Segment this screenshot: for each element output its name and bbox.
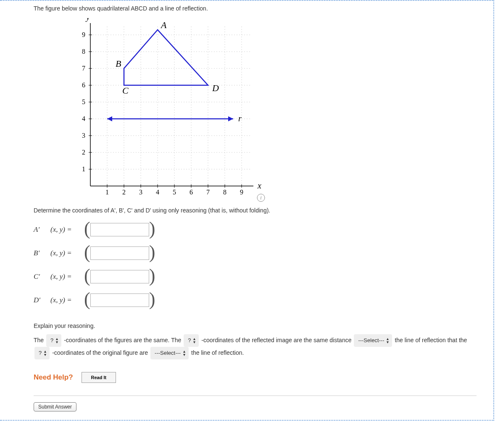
svg-text:4: 4 [156,189,159,196]
point-label: D' [34,296,50,304]
coord-row-Aprime: A'(x, y) =() [34,218,477,241]
coord-input-3[interactable] [90,293,149,307]
svg-text:7: 7 [206,189,210,196]
fill-part2: -coordinates of the figures are the same… [64,337,183,343]
determine-text: Determine the coordinates of A', B', C' … [34,207,477,214]
svg-text:8: 8 [82,48,85,55]
svg-marker-60 [124,30,208,85]
fill-part6: the line of reflection. [191,349,244,356]
svg-text:x: x [257,181,261,190]
coord-row-Bprime: B'(x, y) =() [34,241,477,265]
svg-text:i: i [260,195,261,201]
close-paren: ) [149,220,155,238]
svg-text:9: 9 [82,31,85,38]
svg-text:6: 6 [82,81,85,89]
fill-part3: -coordinates of the reflected image are … [201,337,353,343]
explain-heading: Explain your reasoning. [34,322,477,329]
svg-text:3: 3 [139,189,142,196]
read-it-button[interactable]: Read It [82,372,116,383]
svg-text:C: C [122,85,129,96]
svg-text:5: 5 [173,189,176,196]
svg-text:r: r [238,114,242,123]
coordinate-chart: 123456789123456789yxiABCDr [74,18,267,203]
svg-text:B: B [116,58,121,69]
open-paren: ( [84,220,90,238]
dropdown-2[interactable]: ?▴▾ [184,334,199,347]
stepper-icon: ▴▾ [44,350,46,356]
chart-container: 123456789123456789yxiABCDr [74,18,477,203]
open-paren: ( [84,267,90,285]
xy-label: (x, y) = [50,249,84,257]
submit-answer-button[interactable]: Submit Answer [34,402,76,411]
dropdown-1[interactable]: ?▴▾ [46,334,61,347]
svg-text:5: 5 [82,98,85,105]
svg-text:7: 7 [82,65,85,72]
coord-input-1[interactable] [90,246,149,260]
point-label: B' [34,249,50,257]
svg-text:8: 8 [223,189,226,196]
svg-text:9: 9 [240,189,243,196]
stepper-icon: ▴▾ [193,337,195,344]
fill-part5: -coordinates of the original figure are [52,349,150,356]
svg-text:4: 4 [82,115,85,122]
coord-row-Dprime: D'(x, y) =() [34,288,477,312]
close-paren: ) [149,290,155,309]
fill-part1: The [34,337,45,343]
intro-text: The figure below shows quadrilateral ABC… [34,5,477,12]
svg-text:D: D [212,83,219,93]
svg-text:A: A [160,20,167,30]
svg-text:2: 2 [122,189,126,196]
dropdown-4[interactable]: ?▴▾ [34,347,50,359]
svg-text:y: y [85,18,90,22]
dropdown-5[interactable]: ---Select---▴▾ [150,347,189,359]
fill-part4: the line of reflection that the [395,337,467,343]
xy-label: (x, y) = [50,296,84,304]
open-paren: ( [84,290,90,309]
coord-input-0[interactable] [90,223,149,236]
xy-label: (x, y) = [50,272,84,281]
svg-text:1: 1 [105,189,109,196]
stepper-icon: ▴▾ [387,337,389,344]
coord-row-Cprime: C'(x, y) =() [34,265,477,288]
need-help-label: Need Help? [34,373,73,382]
svg-marker-67 [228,116,233,121]
coord-input-2[interactable] [90,270,149,283]
svg-text:2: 2 [82,149,85,156]
svg-text:1: 1 [82,165,85,173]
stepper-icon: ▴▾ [56,337,58,344]
point-label: A' [34,225,50,234]
svg-marker-66 [107,116,112,121]
svg-text:6: 6 [190,189,193,196]
close-paren: ) [149,243,155,262]
svg-text:3: 3 [82,132,85,139]
stepper-icon: ▴▾ [183,350,185,356]
fill-blank-sentence: The ?▴▾ -coordinates of the figures are … [34,334,477,359]
open-paren: ( [84,243,90,262]
point-label: C' [34,272,50,281]
xy-label: (x, y) = [50,225,84,234]
dropdown-3[interactable]: ---Select---▴▾ [354,334,392,347]
close-paren: ) [149,267,155,285]
